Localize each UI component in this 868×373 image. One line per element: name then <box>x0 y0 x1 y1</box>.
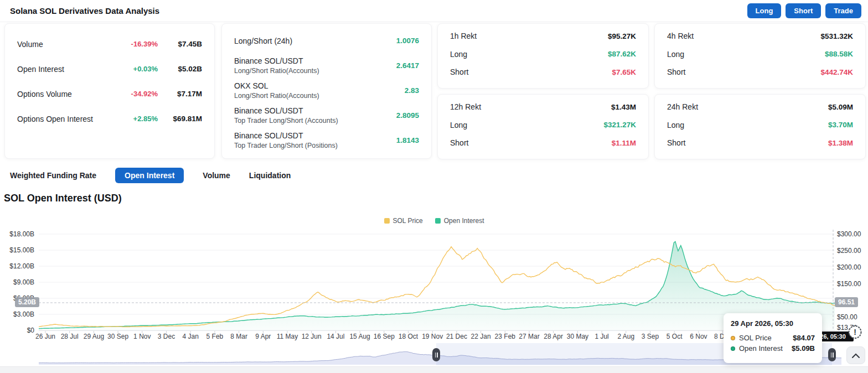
ratio-labels: Binance SOL/USDTTop Trader Long/Short (P… <box>234 131 396 149</box>
ratio-label: Binance SOL/USDT <box>234 131 396 140</box>
rekt-value: $87.62K <box>608 50 636 58</box>
market-stats-card: Volume-16.39%$7.45BOpen Interest+0.03%$5… <box>4 23 215 159</box>
summary-cards: Volume-16.39%$7.45BOpen Interest+0.03%$5… <box>0 23 868 160</box>
tab-weighted-funding-rate[interactable]: Weighted Funding Rate <box>10 168 96 183</box>
ratio-labels: Binance SOL/USDTLong/Short Ratio(Account… <box>234 56 396 75</box>
stat-value: $69.81M <box>158 115 202 123</box>
long-short-ratio-card: Long/Short (24h)1.0076Binance SOL/USDTLo… <box>221 23 432 159</box>
stat-label: Options Volume <box>17 90 113 99</box>
crosshair-left-value-label: 5.20B <box>15 297 39 307</box>
chart-tabs: Weighted Funding RateOpen InterestVolume… <box>10 168 291 183</box>
tooltip-date: 29 Apr 2026, 05:30 <box>731 319 815 328</box>
rekt-label: Short <box>667 138 828 147</box>
stat-change: -16.39% <box>113 40 158 48</box>
tab-open-interest[interactable]: Open Interest <box>115 168 184 183</box>
rekt-label: Long <box>667 50 825 59</box>
header-actions: LongShortTrade <box>747 3 861 18</box>
chart-title: SOL Open Interest (USD) <box>4 193 122 204</box>
rekt-value: $1.43M <box>611 103 636 111</box>
rekt-row: 4h Rekt$531.32K <box>667 27 853 45</box>
stat-label: Volume <box>17 40 113 49</box>
legend-item-sol-price[interactable]: SOL Price <box>384 217 423 225</box>
navigator-left-handle-icon[interactable] <box>432 348 440 361</box>
chevron-up-icon <box>852 353 860 358</box>
header-button-short[interactable]: Short <box>786 3 821 18</box>
ratio-row: Binance SOL/USDTTop Trader Long/Short (A… <box>234 103 419 128</box>
ratio-labels: Long/Short (24h) <box>234 37 396 45</box>
rekt-label: Long <box>450 121 603 129</box>
rekt-row: Short$7.65K <box>450 63 636 81</box>
header: Solana SOL Derivatives Data Analysis Lon… <box>0 0 868 22</box>
rekt-row: Long$321.27K <box>450 116 636 134</box>
rekt-card-24h-rekt: 24h Rekt$5.09MLong$3.70MShort$1.38M <box>654 94 866 159</box>
navigator-right-handle-icon[interactable] <box>828 348 836 361</box>
ratio-sublabel: Long/Short Ratio(Accounts) <box>234 67 396 75</box>
ratio-label: Binance SOL/USDT <box>234 56 396 65</box>
ratio-sublabel: Long/Short Ratio(Accounts) <box>234 92 405 100</box>
legend-label: Open Interest <box>444 217 484 225</box>
tab-liquidation[interactable]: Liquidation <box>249 168 291 183</box>
tooltip-series-dot-icon <box>731 336 735 340</box>
bottom-strip <box>0 366 868 373</box>
ratio-value: 2.8095 <box>396 111 419 120</box>
legend-swatch-icon <box>384 218 390 224</box>
rekt-card-4h-rekt: 4h Rekt$531.32KLong$88.58KShort$442.74K <box>654 23 866 89</box>
header-button-long[interactable]: Long <box>747 3 782 18</box>
stat-change: -34.92% <box>113 90 158 98</box>
alert-badge-icon[interactable]: ! <box>846 323 864 341</box>
ratio-labels: Binance SOL/USDTTop Trader Long/Short (A… <box>234 106 396 125</box>
stat-label: Open Interest <box>17 65 113 74</box>
tooltip-series-label: SOL Price <box>739 334 772 342</box>
rekt-value: $442.74K <box>820 68 853 76</box>
rekt-label: Short <box>667 68 820 76</box>
ratio-row: Long/Short (24h)1.0076 <box>234 28 419 53</box>
header-button-trade[interactable]: Trade <box>825 3 861 18</box>
rekt-value: $321.27K <box>603 121 636 129</box>
stat-row: Options Open Interest+2.85%$69.81M <box>17 106 202 131</box>
tooltip-row: Open Interest$5.09B <box>731 343 815 354</box>
stat-row: Options Volume-34.92%$7.17M <box>17 81 202 106</box>
rekt-label: 24h Rekt <box>667 102 828 111</box>
ratio-labels: OKX SOLLong/Short Ratio(Accounts) <box>234 81 405 100</box>
rekt-label: 1h Rekt <box>450 32 608 40</box>
stat-label: Options Open Interest <box>17 115 113 123</box>
rekt-row: Long$3.70M <box>667 116 853 134</box>
rekt-value: $531.32K <box>820 32 853 40</box>
rekt-row: Long$88.58K <box>667 45 853 64</box>
rekt-label: 4h Rekt <box>667 32 820 40</box>
ratio-value: 2.83 <box>405 86 419 95</box>
rekt-row: Short$1.11M <box>450 134 636 152</box>
chart-tooltip: 29 Apr 2026, 05:30 SOL Price$84.07Open I… <box>724 313 822 363</box>
rekt-value: $5.09M <box>828 103 853 111</box>
ratio-value: 1.0076 <box>396 37 419 45</box>
collapse-chart-button[interactable] <box>846 346 865 364</box>
page-title: Solana SOL Derivatives Data Analysis <box>10 6 159 15</box>
legend-item-open-interest[interactable]: Open Interest <box>435 217 484 225</box>
stat-value: $7.17M <box>158 90 202 98</box>
rekt-row: 12h Rekt$1.43M <box>450 98 636 116</box>
rekt-value: $3.70M <box>828 121 853 129</box>
ratio-value: 2.6417 <box>396 61 419 70</box>
rekt-label: Short <box>450 138 612 147</box>
stat-value: $7.45B <box>158 40 202 48</box>
rekt-row: 1h Rekt$95.27K <box>450 27 636 45</box>
rekt-label: Short <box>450 68 612 76</box>
rekt-label: 12h Rekt <box>450 102 611 111</box>
tooltip-series-value: $5.09B <box>792 344 815 353</box>
stat-change: +0.03% <box>113 65 158 73</box>
ratio-label: OKX SOL <box>234 81 405 90</box>
rekt-row: Long$87.62K <box>450 45 636 64</box>
stat-value: $5.02B <box>158 65 202 73</box>
ratio-sublabel: Top Trader Long/Short (Accounts) <box>234 117 396 125</box>
tab-volume[interactable]: Volume <box>203 168 230 183</box>
rekt-label: Long <box>667 121 828 129</box>
stat-row: Volume-16.39%$7.45B <box>17 32 202 56</box>
rekt-value: $1.11M <box>612 139 636 147</box>
tooltip-series-label: Open Interest <box>739 344 783 353</box>
ratio-label: Binance SOL/USDT <box>234 106 396 115</box>
rekt-value: $1.38M <box>828 139 853 147</box>
rekt-row: 24h Rekt$5.09M <box>667 98 853 116</box>
ratio-row: OKX SOLLong/Short Ratio(Accounts)2.83 <box>234 78 419 103</box>
tooltip-series-dot-icon <box>731 346 735 351</box>
rekt-card-1h-rekt: 1h Rekt$95.27KLong$87.62KShort$7.65K <box>437 23 649 89</box>
